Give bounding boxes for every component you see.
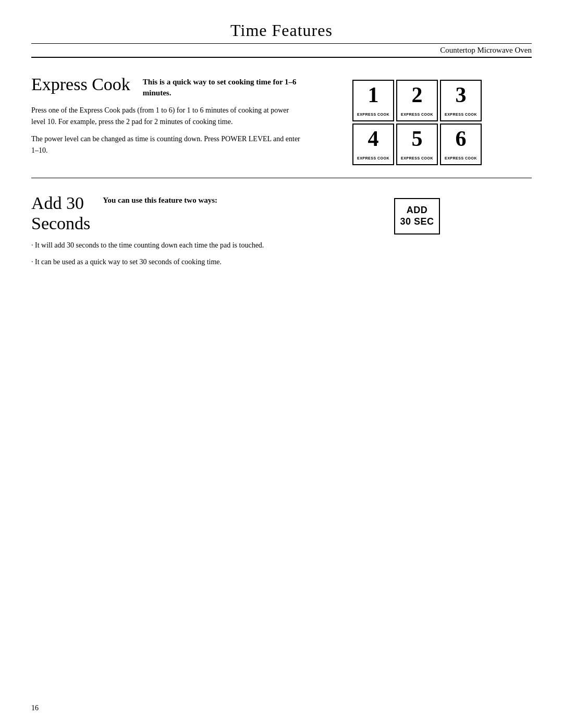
express-pad-6[interactable]: 6EXPRESS COOK [440,124,482,165]
express-cook-subtitle: This is a quick way to set cooking time … [143,75,302,98]
add-30-btn-line1: ADD [407,205,428,216]
page-title: Time Features [31,21,532,40]
add-30-btn-line2: 30 SEC [400,216,434,228]
add-seconds-bullet2: · It can be used as a quick way to set 3… [31,256,302,268]
express-pad-label-2: EXPRESS COOK [401,113,433,116]
express-pad-1[interactable]: 1EXPRESS COOK [352,80,394,121]
express-cook-grid: 1EXPRESS COOK2EXPRESS COOK3EXPRESS COOK4… [352,80,482,165]
express-pad-5[interactable]: 5EXPRESS COOK [396,124,438,165]
express-pad-label-1: EXPRESS COOK [357,113,389,116]
express-cook-body-p1: Press one of the Express Cook pads (from… [31,105,302,127]
express-pad-4[interactable]: 4EXPRESS COOK [352,124,394,165]
express-cook-right: 1EXPRESS COOK2EXPRESS COOK3EXPRESS COOK4… [302,75,532,165]
express-pad-3[interactable]: 3EXPRESS COOK [440,80,482,121]
add-seconds-left: Add 30 Seconds You can use this feature … [31,193,302,273]
express-cook-body-p2: The power level can be changed as time i… [31,133,302,156]
add-seconds-bullet1: · It will add 30 seconds to the time cou… [31,240,302,251]
express-cook-header: Express Cook This is a quick way to set … [31,75,302,98]
express-pad-label-4: EXPRESS COOK [357,156,389,160]
express-pad-number-4: 4 [368,128,379,150]
express-cook-title: Express Cook [31,75,130,94]
add-30-seconds-section: Add 30 Seconds You can use this feature … [31,178,532,286]
add-seconds-subtitle: You can use this feature two ways: [103,193,217,206]
subtitle-row: Countertop Microwave Oven [31,46,532,55]
page-number: 16 [31,704,39,712]
express-pad-number-6: 6 [456,128,467,150]
add-seconds-title: Add 30 Seconds [31,193,90,233]
express-pad-number-5: 5 [412,128,423,150]
add-seconds-right: ADD 30 SEC [302,193,532,273]
express-pad-2[interactable]: 2EXPRESS COOK [396,80,438,121]
express-pad-number-1: 1 [368,84,379,106]
express-pad-label-6: EXPRESS COOK [445,156,477,160]
express-cook-body: Press one of the Express Cook pads (from… [31,105,302,156]
add-30-sec-button[interactable]: ADD 30 SEC [394,198,440,235]
add-seconds-header: Add 30 Seconds You can use this feature … [31,193,302,233]
express-pad-number-3: 3 [456,84,467,106]
express-pad-label-5: EXPRESS COOK [401,156,433,160]
add-seconds-body: · It will add 30 seconds to the time cou… [31,240,302,267]
subtitle-text: Countertop Microwave Oven [440,46,532,54]
express-cook-left: Express Cook This is a quick way to set … [31,75,302,165]
express-cook-section: Express Cook This is a quick way to set … [31,58,532,178]
express-pad-label-3: EXPRESS COOK [445,113,477,116]
page-header: Time Features [31,21,532,40]
express-pad-number-2: 2 [412,84,423,106]
header-rule [31,43,532,44]
